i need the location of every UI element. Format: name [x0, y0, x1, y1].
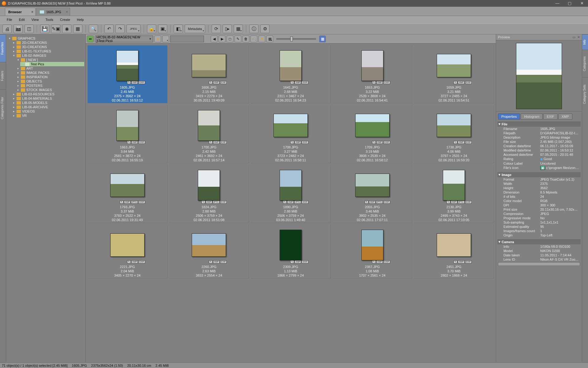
info-tabstrip: Properties Histogram EXIF XMP [496, 112, 582, 120]
sidetab-folders[interactable]: Folders [0, 62, 6, 90]
properties-panel[interactable]: ▾File Filename1605.JPG FilepathD:\GRAPHI… [496, 120, 582, 362]
rename-button[interactable]: ✎ [235, 36, 241, 42]
xmp-badge: XMP [131, 260, 138, 263]
tab-browser[interactable]: Browser × [5, 8, 36, 16]
edit-button[interactable]: ✎▣ [51, 25, 60, 33]
thumb-size-slider[interactable] [276, 38, 316, 40]
exif-badge: EXIF [383, 141, 390, 144]
prop-group-file[interactable]: ▾File [497, 121, 581, 127]
thumbnail-caption: 1605.JPG2.45 MiB2375 × 3562 × 2402.06.20… [112, 85, 143, 102]
about-button[interactable]: ⓘ [249, 25, 258, 33]
thumbnail-cell[interactable]: ✎XMPEXIF2221.JPG2.04 MiB3405 × 2270 × 24 [88, 225, 168, 278]
close-icon[interactable]: × [31, 10, 33, 14]
thumbnail-caption: 1793.JPG3.37 MiB3783 × 2522 × 2402.06.20… [112, 205, 143, 222]
history-fwd-button[interactable]: ▶ [219, 36, 225, 42]
tree-node-test-pics[interactable]: Test Pics [20, 62, 84, 66]
sidetab-categories[interactable]: Categories [582, 50, 588, 77]
prop-group-camera[interactable]: ▾Camera [497, 239, 581, 244]
thumbnail-cell[interactable]: ✎XMPEXIF1700.JPG2.42 MiB2461 × 3692 × 24… [169, 105, 249, 163]
color-label-dropdown[interactable]: ◧ [174, 25, 183, 33]
thumbnail-caption: 1708.JPG3.27 MiB3723 × 2482 × 2402.06.20… [275, 145, 306, 162]
redo-button[interactable]: ↷ [115, 25, 125, 33]
horizontal-scrollbar[interactable] [498, 262, 580, 266]
sidetab-category-sets[interactable]: Category Sets [582, 77, 588, 111]
thumbnail-cell[interactable]: ✎XMPEXIF1708.JPG3.27 MiB3723 × 2482 × 24… [251, 105, 331, 163]
left-sidebar-tabs: Favorites Folders Categories Filter [0, 34, 6, 362]
search-button[interactable]: 🔍 [89, 25, 98, 33]
tab-histogram[interactable]: Histogram [521, 113, 543, 120]
tab-image-1605[interactable]: 1605.JPG × [36, 8, 70, 16]
xmp-badge: XMP [458, 141, 464, 144]
select-all-button[interactable]: ◻ [227, 36, 233, 42]
settings-button[interactable]: ⚙ [260, 25, 270, 33]
sort-dropdown[interactable]: ▦ [266, 36, 273, 42]
sidetab-categories-filter[interactable]: Categories Filter [0, 90, 6, 126]
favorite-dropdown[interactable] [162, 36, 169, 42]
metadata-dropdown[interactable]: Metadata [185, 25, 205, 33]
sidetab-favorites[interactable]: Favorites [0, 34, 6, 62]
view-mode-dropdown[interactable]: ▦ [234, 25, 243, 33]
menu-file[interactable]: File [4, 17, 15, 22]
thumbnail-cell[interactable]: ✎XMPEXIF1663.JPG3.84 MiB2581 × 3872 × 24… [88, 105, 168, 163]
thumbnail-cell[interactable]: ✎XMPIPTCEXIF2130.JPG3.99 MiB2495 × 3743 … [414, 165, 494, 223]
scanner-button[interactable]: 📠 [13, 25, 23, 33]
thumbnail-cell[interactable]: ✎XMPEXIF2387.JPG1.08 MiB1707 × 2561 × 24 [333, 225, 413, 278]
thumbnail-cell[interactable]: ✎XMPIPTCEXIF1824.JPG2.88 MiB2506 × 3759 … [169, 165, 249, 223]
contact-sheet-button[interactable]: ▦ [73, 25, 82, 33]
preview-image [516, 43, 562, 109]
tab-xmp[interactable]: XMP [558, 113, 572, 120]
history-back-button[interactable]: ◀ [211, 36, 217, 42]
window-close-button[interactable]: ✕ [576, 0, 588, 7]
sidetab-info[interactable]: Info [582, 34, 588, 50]
undo-button[interactable]: ↶ [104, 25, 114, 33]
thumbnail-cell[interactable]: ✎XMPEXIF1605.JPG2.45 MiB2375 × 3562 × 24… [88, 45, 168, 103]
thumbnail-cell[interactable]: ✎XMPEXIF1606.JPG2.15 MiB3419 × 2279 × 24… [169, 45, 249, 103]
quick-search-input[interactable] [170, 36, 204, 42]
thumbnail-cell[interactable]: ✎XMPIPTCEXIF1793.JPG3.37 MiB3783 × 2522 … [88, 165, 168, 223]
thumbnail-cell[interactable]: ✎XMPEXIF1641.JPG2.68 MiB2311 × 3467 × 24… [251, 45, 331, 103]
compare-button[interactable]: ◫ [24, 25, 34, 33]
thumbnail-cell[interactable]: ✎XMPEXIF1653.JPG3.22 MiB2539 × 3808 × 24… [333, 45, 413, 103]
edit-badge: ✎ [372, 260, 376, 263]
layout-button[interactable]: ▦ [319, 36, 326, 42]
thumbnail-cell[interactable]: ✎XMPEXIF1738.JPG4.06 MiB3797 × 2531 × 24… [414, 105, 494, 163]
path-combobox[interactable]: HICS\LIB-02-IMAGES\[ NEW ]\Test Pics\▼ [95, 36, 153, 42]
refresh-button[interactable]: ⟳ [212, 25, 221, 33]
tab-properties[interactable]: Properties [498, 113, 520, 120]
tag-add-dropdown[interactable]: 🏷 [251, 36, 257, 42]
thumbnail-cell[interactable]: ✎XMPEXIF1709.JPG3.19 MiB3808 × 2539 × 24… [333, 105, 413, 163]
lock-dropdown[interactable]: 🔒 [147, 25, 156, 33]
thumbnail-cell[interactable]: ✎XMPEXIF2451.JPG3.70 MiB2802 × 1868 × 24 [414, 225, 494, 278]
jpeg-dropdown[interactable]: JPEG [126, 25, 141, 33]
menu-edit[interactable]: Edit [16, 17, 28, 22]
folder-tree[interactable]: ▾GRAPHICS ▸2D-CREATIONS ▸3D-CREATIONS ▸L… [7, 36, 84, 118]
save-button[interactable]: 💾 [40, 25, 49, 33]
nav-up-button[interactable]: ⬅ [87, 36, 94, 42]
thumbnail-cell[interactable]: ✎XMPIPTCEXIF1890.JPG2.88 MiB2506 × 3759 … [251, 165, 331, 223]
close-icon[interactable]: ✕ [577, 35, 580, 39]
undock-icon[interactable]: ▭ [572, 35, 575, 39]
filter-dropdown[interactable]: ▼ [258, 36, 265, 42]
menu-view[interactable]: View [28, 17, 42, 22]
tag-dropdown[interactable]: ▣ [158, 25, 167, 33]
tab-exif[interactable]: EXIF [543, 113, 557, 120]
window-minimize-button[interactable]: — [551, 0, 564, 7]
delete-button[interactable]: 🗑 [243, 36, 249, 42]
thumbnail-cell[interactable]: ✎XMPEXIF1659.JPG3.21 MiB3727 × 2485 × 24… [414, 45, 494, 103]
menu-create[interactable]: Create [57, 17, 73, 22]
copy-to-button[interactable]: ▯▸ [223, 25, 232, 33]
favorite-star-button[interactable]: ★ [154, 36, 161, 42]
menu-help[interactable]: Help [74, 17, 87, 22]
slideshow-button[interactable]: ◉ [62, 25, 71, 33]
close-icon[interactable]: × [66, 10, 68, 14]
thumbnail-cell[interactable]: ✎XMPEXIF2260.JPG2.63 MiB3833 × 2554 × 24 [169, 225, 249, 278]
thumbnail-cell[interactable]: ✎XMPIPTCEXIF2055.JPG3.46 MiB3802 × 2535 … [333, 165, 413, 223]
print-button[interactable]: 🖨 [2, 25, 12, 33]
exif-badge: EXIF [138, 141, 145, 144]
window-maximize-button[interactable]: ▢ [564, 0, 576, 7]
prop-group-image[interactable]: ▾Image [497, 172, 581, 177]
menu-tools[interactable]: Tools [42, 17, 56, 22]
thumbnail-cell[interactable]: ✎XMPEXIF2309.JPG1.13 MiB1866 × 2799 × 24 [251, 225, 331, 278]
thumbnail-area[interactable]: ✎XMPEXIF1605.JPG2.45 MiB2375 × 3562 × 24… [86, 44, 496, 362]
thumbnail-image [192, 54, 226, 77]
